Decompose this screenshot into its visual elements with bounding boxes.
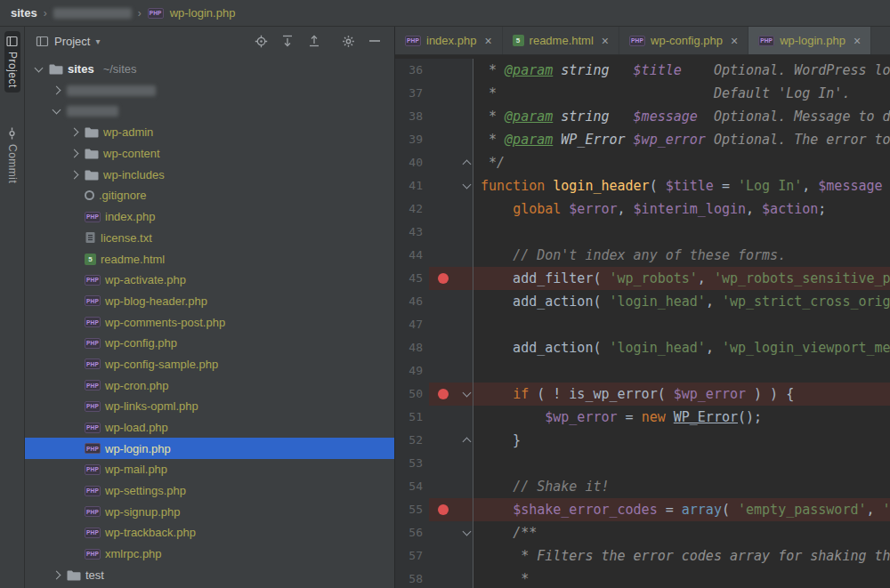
tree-item-.gitignore[interactable]: .gitignore — [25, 185, 394, 206]
php-file-icon: PHP — [85, 486, 101, 496]
code-line-52: 52 } — [395, 429, 890, 452]
chevron-down-icon[interactable]: ▾ — [95, 36, 100, 46]
chevron-right-icon[interactable] — [50, 572, 62, 578]
code-text[interactable]: // Shake it! — [473, 475, 890, 498]
gutter — [429, 429, 473, 452]
breakpoint-icon[interactable] — [438, 389, 449, 399]
editor-tab-index.php[interactable]: PHPindex.php× — [395, 27, 503, 54]
code-text[interactable]: $wp_error = new WP_Error(); — [473, 406, 890, 429]
stripe-project-button[interactable]: Project — [4, 31, 20, 93]
code-line-53: 53 — [395, 452, 890, 475]
line-number: 50 — [395, 383, 429, 406]
tree-item-label: wp-mail.php — [105, 463, 167, 476]
php-file-icon: PHP — [85, 358, 101, 369]
chevron-down-icon[interactable] — [32, 68, 44, 71]
tree-item-readme.html[interactable]: 5readme.html — [25, 248, 394, 270]
tree-item-redacted[interactable] — [25, 101, 394, 122]
fold-expanded-icon[interactable] — [463, 528, 472, 536]
code-line-47: 47 — [395, 313, 890, 336]
code-text[interactable]: * @param WP_Error $wp_error Optional. Th… — [473, 128, 890, 151]
code-text[interactable]: * Filters the error codes array for shak… — [473, 544, 890, 568]
tree-item-wp-login.php[interactable]: PHPwp-login.php — [25, 438, 394, 459]
tree-item-wp-settings.php[interactable]: PHPwp-settings.php — [25, 480, 394, 502]
gutter — [429, 174, 473, 197]
tree-item-wp-signup.php[interactable]: PHPwp-signup.php — [25, 501, 394, 522]
code-text[interactable] — [473, 452, 890, 475]
code-text[interactable]: * @param string $title Optional. WordPre… — [473, 59, 890, 82]
code-text[interactable]: */ — [473, 151, 890, 174]
stripe-commit-label: Commit — [6, 144, 19, 183]
editor-tab-readme.html[interactable]: 5readme.html× — [503, 27, 619, 54]
breakpoint-icon[interactable] — [438, 504, 449, 515]
breadcrumb-file[interactable]: wp-login.php — [170, 6, 236, 20]
expand-all-icon[interactable] — [277, 31, 298, 51]
stripe-commit-button[interactable]: Commit — [4, 123, 20, 188]
hide-panel-icon[interactable] — [364, 31, 385, 51]
fold-end-icon[interactable] — [463, 160, 472, 169]
collapse-all-icon[interactable] — [303, 31, 325, 51]
tree-item-wp-cron.php[interactable]: PHPwp-cron.php — [25, 375, 394, 396]
tree-item-wp-mail.php[interactable]: PHPwp-mail.php — [25, 459, 394, 480]
close-tab-icon[interactable]: × — [731, 34, 738, 48]
fold-expanded-icon[interactable] — [463, 181, 472, 189]
code-text[interactable]: add_action( 'login_head', 'wp_strict_cro… — [473, 290, 890, 313]
code-text[interactable] — [473, 313, 890, 336]
code-text[interactable]: * @param string $message Optional. Messa… — [473, 105, 890, 128]
close-tab-icon[interactable]: × — [602, 34, 609, 48]
fold-end-icon[interactable] — [463, 438, 472, 447]
fold-expanded-icon[interactable] — [463, 389, 472, 398]
tree-item-wp-load.php[interactable]: PHPwp-load.php — [25, 417, 394, 439]
php-file-icon: PHP — [85, 275, 101, 286]
code-text[interactable]: add_action( 'login_head', 'wp_login_view… — [473, 336, 890, 359]
code-text[interactable]: if ( ! is_wp_error( $wp_error ) ) { — [473, 383, 890, 406]
gutter — [429, 267, 473, 290]
editor-tab-wp-config.php[interactable]: PHPwp-config.php× — [619, 27, 748, 54]
tree-item-wp-includes[interactable]: wp-includes — [25, 164, 394, 185]
line-number: 41 — [395, 174, 429, 197]
chevron-down-icon[interactable] — [50, 109, 62, 113]
code-text[interactable]: // Don't index any of these forms. — [473, 244, 890, 267]
tree-item-wp-trackback.php[interactable]: PHPwp-trackback.php — [25, 522, 394, 544]
tree-item-wp-content[interactable]: wp-content — [25, 143, 394, 165]
code-text[interactable]: function login_header( $title = 'Log In'… — [473, 174, 890, 197]
commit-tool-icon — [6, 127, 18, 140]
tree-item-redacted[interactable] — [25, 80, 394, 101]
chevron-right-icon[interactable] — [50, 87, 62, 93]
tree-item-sites[interactable]: sites~/sites — [25, 59, 394, 80]
tree-item-wp-config-sample.php[interactable]: PHPwp-config-sample.php — [25, 354, 394, 375]
close-tab-icon[interactable]: × — [484, 34, 491, 48]
tree-item-wp-config.php[interactable]: PHPwp-config.php — [25, 333, 394, 354]
tree-item-test[interactable]: test — [25, 565, 394, 586]
chevron-right-icon[interactable] — [68, 150, 80, 157]
code-text[interactable]: } — [473, 429, 890, 452]
breadcrumb-root[interactable]: sites — [11, 6, 37, 20]
tree-item-wp-blog-header.php[interactable]: PHPwp-blog-header.php — [25, 291, 394, 312]
editor-tab-wp-login.php[interactable]: PHPwp-login.php× — [748, 27, 871, 54]
tree-item-wp-links-opml.php[interactable]: PHPwp-links-opml.php — [25, 396, 394, 417]
code-text[interactable]: * Default 'Log In'. — [473, 82, 890, 105]
php-file-icon: PHP — [85, 443, 101, 454]
locate-file-icon[interactable] — [250, 31, 271, 51]
tree-item-license.txt[interactable]: license.txt — [25, 228, 394, 249]
gutter — [429, 82, 473, 105]
gutter — [429, 128, 473, 151]
code-text[interactable]: add_filter( 'wp_robots', 'wp_robots_sens… — [473, 267, 890, 290]
breakpoint-icon[interactable] — [438, 273, 449, 284]
settings-gear-icon[interactable] — [337, 31, 359, 51]
tree-item-wp-activate.php[interactable]: PHPwp-activate.php — [25, 270, 394, 291]
code-text[interactable]: /** — [473, 521, 890, 544]
gutter — [429, 498, 473, 521]
tree-item-wp-comments-post.php[interactable]: PHPwp-comments-post.php — [25, 311, 394, 333]
tree-item-xmlrpc.php[interactable]: PHPxmlrpc.php — [25, 544, 394, 565]
chevron-right-icon[interactable] — [68, 172, 80, 178]
panel-title[interactable]: Project — [54, 35, 90, 48]
code-text[interactable]: * — [473, 568, 890, 588]
code-text[interactable]: global $error, $interim_login, $action; — [473, 197, 890, 221]
code-text[interactable]: $shake_error_codes = array( 'empty_passw… — [473, 498, 890, 521]
chevron-right-icon[interactable] — [68, 129, 80, 135]
tree-item-wp-admin[interactable]: wp-admin — [25, 122, 394, 143]
close-tab-icon[interactable]: × — [854, 34, 861, 48]
tree-item-index.php[interactable]: PHPindex.php — [25, 206, 394, 228]
code-text[interactable] — [473, 359, 890, 383]
code-text[interactable] — [473, 221, 890, 244]
